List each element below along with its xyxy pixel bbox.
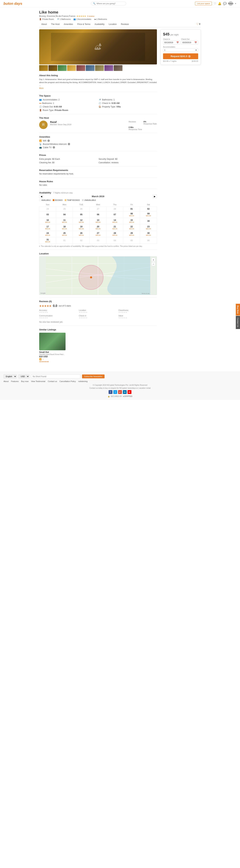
calendar-cell[interactable]: 26	[73, 207, 90, 211]
heart-icon[interactable]: ♡	[214, 2, 216, 5]
calendar-cell[interactable]: 24	[39, 207, 56, 211]
prev-month-button[interactable]: ◀	[39, 195, 43, 198]
calendar-cell[interactable]: 18$45.00	[56, 224, 73, 231]
calendar-cell[interactable]: 26$45.00	[73, 231, 90, 237]
calendar-cell[interactable]: 16	[140, 218, 157, 224]
calendar-cell[interactable]: 31$45.00	[39, 237, 56, 244]
wishlist-button[interactable]: ♡	[196, 23, 199, 26]
facebook-icon[interactable]: f	[109, 390, 113, 394]
calendar-cell[interactable]: 29$45.00	[123, 231, 140, 237]
calendar-cell[interactable]: 08$45.00	[123, 211, 140, 218]
tab-availability[interactable]: Availability	[92, 22, 107, 27]
tab-price-terms[interactable]: Price & Terms	[75, 22, 92, 27]
footer-link-about[interactable]: About	[3, 380, 9, 382]
accommodates-input[interactable]: 1 ▼	[163, 48, 198, 52]
calendar-cell[interactable]: 15$45.00	[123, 218, 140, 224]
calendar-cell[interactable]: 14$45.00	[107, 218, 123, 224]
thumbnail-5[interactable]	[77, 65, 85, 71]
twitter-icon[interactable]: t	[113, 390, 117, 394]
calendar-cell[interactable]: 02	[140, 207, 157, 211]
thumbnail-1[interactable]	[39, 65, 48, 71]
list-space-button[interactable]: List your space	[195, 2, 212, 5]
request-button[interactable]: Request $241.5 ?	[163, 53, 198, 59]
calendar-cell[interactable]: 02	[73, 237, 90, 244]
tab-amenities[interactable]: Amenities	[62, 22, 75, 27]
calendar-cell[interactable]: 07	[107, 211, 123, 218]
map-zoom-out[interactable]: −	[151, 262, 155, 266]
calendar-cell[interactable]: 03	[90, 237, 107, 244]
calendar-cell[interactable]: 28$45.00	[107, 231, 123, 237]
calendar-cell[interactable]: 22$45.00	[123, 224, 140, 231]
thumbnail-4[interactable]	[67, 65, 76, 71]
linkedin-icon[interactable]: in	[123, 390, 127, 394]
wifi-info-icon[interactable]: i	[48, 140, 50, 142]
calendar-cell[interactable]: 27$45.00	[90, 231, 107, 237]
thumbnail-2[interactable]	[49, 65, 57, 71]
cable-tv-info-icon[interactable]: i	[53, 146, 55, 149]
calendar-cell[interactable]: 30$45.00	[140, 231, 157, 237]
bell-icon[interactable]: 🔔	[218, 2, 221, 5]
language-selector[interactable]: English	[3, 374, 17, 378]
thumbnail-7[interactable]	[95, 65, 104, 71]
currency-selector[interactable]: USD	[19, 374, 29, 378]
footer-search-input[interactable]	[31, 374, 80, 378]
calendar-cell[interactable]: 19$45.00	[73, 224, 90, 231]
message-icon[interactable]: 💬	[223, 2, 227, 5]
calendar-cell[interactable]: 06	[90, 211, 107, 218]
calendar-cell[interactable]: 06	[140, 237, 157, 244]
share-button[interactable]: ⬆	[199, 23, 201, 26]
calendar-cell[interactable]: 13$45.00	[90, 218, 107, 224]
calendar-cell[interactable]: 17$45.00	[39, 224, 56, 231]
calendar-cell[interactable]: 23$45.00	[140, 224, 157, 231]
calendar-cell[interactable]: 03	[39, 211, 56, 218]
calendar-cell[interactable]: 09$45.00	[140, 211, 157, 218]
checkin-input[interactable]: 03/13/2019 📅	[163, 40, 180, 44]
calendar-cell[interactable]: 24$45.00	[39, 231, 56, 237]
thumbnail-8[interactable]	[104, 65, 113, 71]
calendar-cell[interactable]: 21$45.00	[107, 224, 123, 231]
footer-link-cancellation[interactable]: Cancellation Policy	[60, 380, 76, 382]
footer-link-testimonial[interactable]: View Testimonial	[31, 380, 45, 382]
calendar-cell[interactable]: 04	[56, 211, 73, 218]
calendar-cell[interactable]: 04	[107, 237, 123, 244]
checkout-input[interactable]: 03/20/2019 📅	[181, 40, 198, 44]
map-container[interactable]: Terms of use + − Google	[39, 256, 157, 295]
youtube-icon[interactable]: ▶	[127, 390, 131, 394]
buzzer-info-icon[interactable]: i	[68, 143, 70, 145]
calendar-cell[interactable]: 05	[123, 237, 140, 244]
similar-listing-image[interactable]	[39, 333, 65, 350]
map-zoom-in[interactable]: +	[151, 258, 155, 262]
footer-link-buy-now[interactable]: Buy now	[21, 380, 28, 382]
chevron-down-icon[interactable]: ▼	[235, 3, 237, 5]
reviews-rating: ★★★★★ 0.0 out of 5 stars	[39, 304, 157, 308]
next-month-button[interactable]: ▶	[152, 195, 157, 198]
google-plus-icon[interactable]: g+	[118, 390, 122, 394]
footer-link-contact[interactable]: Contact us	[48, 380, 57, 382]
calendar-cell[interactable]: 01	[123, 207, 140, 211]
calendar-cell[interactable]: 28	[107, 207, 123, 211]
search-input[interactable]	[96, 2, 124, 5]
tab-location[interactable]: Location	[107, 22, 119, 27]
footer-link-nolistening[interactable]: nolistening	[78, 380, 88, 382]
tab-the-host[interactable]: The Host	[49, 22, 62, 27]
tab-about[interactable]: About	[39, 22, 49, 27]
calendar-cell[interactable]: 05	[73, 211, 90, 218]
tab-reviews[interactable]: Reviews	[119, 22, 131, 27]
buy-now-side-button[interactable]: Buy Now	[236, 304, 240, 315]
thumbnail-3[interactable]	[58, 65, 67, 71]
calendar-cell[interactable]: 25$45.00	[56, 231, 73, 237]
thumbnail-more[interactable]	[114, 65, 122, 71]
about-listing-more[interactable]: More	[39, 87, 43, 89]
calendar-cell[interactable]: 11$45.00	[56, 218, 73, 224]
calendar-cell[interactable]: 27	[90, 207, 107, 211]
calendar-cell[interactable]: 12$45.00	[73, 218, 90, 224]
subscribe-button[interactable]: Subscribe Newsletter	[82, 374, 104, 378]
calendar-cell[interactable]: 20$45.00	[90, 224, 107, 231]
calendar-cell[interactable]: 01	[56, 237, 73, 244]
contact-us-side-button[interactable]: Contact Us	[236, 316, 240, 329]
user-avatar[interactable]: Robert	[229, 1, 233, 6]
footer-link-features[interactable]: Features	[11, 380, 19, 382]
calendar-cell[interactable]: 25	[56, 207, 73, 211]
calendar-cell[interactable]: 10$45.00	[39, 218, 56, 224]
thumbnail-6[interactable]	[86, 65, 94, 71]
